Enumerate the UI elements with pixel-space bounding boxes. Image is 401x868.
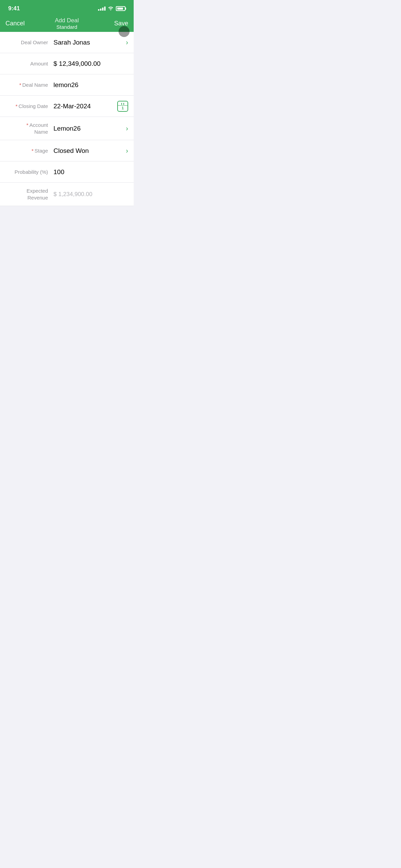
nav-bar-right: Save: [114, 20, 128, 27]
expected-revenue-row[interactable]: ExpectedRevenue $ 1,234,900.00: [0, 183, 134, 206]
account-name-chevron-icon: ›: [126, 124, 128, 132]
required-star: *: [32, 148, 34, 154]
deal-owner-chevron-icon: ›: [126, 38, 128, 46]
stage-value: Closed Won: [53, 147, 123, 155]
nav-bar: Cancel Add Deal Standard Save: [0, 17, 134, 32]
deal-name-value: lemon26: [53, 81, 128, 89]
battery-icon: [116, 6, 125, 11]
nav-title: Add Deal: [55, 17, 79, 24]
status-bar: 9:41: [0, 0, 134, 17]
required-star: *: [15, 103, 17, 109]
probability-row[interactable]: Probability (%) 100: [0, 161, 134, 183]
status-time: 9:41: [8, 5, 20, 12]
deal-owner-label: Deal Owner: [5, 39, 53, 46]
expected-revenue-label: ExpectedRevenue: [5, 188, 53, 201]
required-star: *: [26, 122, 28, 128]
signal-bars-icon: [98, 7, 106, 11]
closing-date-value: 22-Mar-2024: [53, 103, 114, 110]
amount-label: Amount: [5, 60, 53, 67]
account-name-row[interactable]: *AccountName Lemon26 ›: [0, 117, 134, 140]
expected-revenue-value: $ 1,234,900.00: [53, 191, 128, 198]
deal-owner-value: Sarah Jonas: [53, 39, 123, 46]
deal-owner-row[interactable]: Deal Owner Sarah Jonas ›: [0, 32, 134, 53]
wifi-icon: [108, 6, 114, 11]
closing-date-row[interactable]: *Closing Date 22-Mar-2024 1: [0, 96, 134, 117]
calendar-icon[interactable]: 1: [117, 101, 128, 112]
deal-name-row[interactable]: *Deal Name lemon26: [0, 74, 134, 96]
stage-label: *Stage: [5, 147, 53, 154]
stage-row[interactable]: *Stage Closed Won ›: [0, 140, 134, 161]
nav-center: Add Deal Standard: [55, 17, 79, 30]
amount-row[interactable]: Amount $ 12,349,000.00: [0, 53, 134, 74]
status-icons: [98, 6, 125, 11]
form-container: Deal Owner Sarah Jonas › Amount $ 12,349…: [0, 32, 134, 206]
probability-value: 100: [53, 168, 128, 176]
account-name-label: *AccountName: [5, 122, 53, 135]
stage-chevron-icon: ›: [126, 147, 128, 155]
nav-subtitle: Standard: [55, 24, 79, 30]
gray-area: [0, 206, 134, 289]
deal-name-label: *Deal Name: [5, 82, 53, 88]
cancel-button[interactable]: Cancel: [5, 20, 25, 27]
save-button[interactable]: Save: [114, 20, 128, 27]
required-star: *: [19, 82, 21, 88]
probability-label: Probability (%): [5, 169, 53, 176]
account-name-value: Lemon26: [53, 125, 123, 132]
amount-value: $ 12,349,000.00: [53, 60, 128, 68]
closing-date-label: *Closing Date: [5, 103, 53, 110]
